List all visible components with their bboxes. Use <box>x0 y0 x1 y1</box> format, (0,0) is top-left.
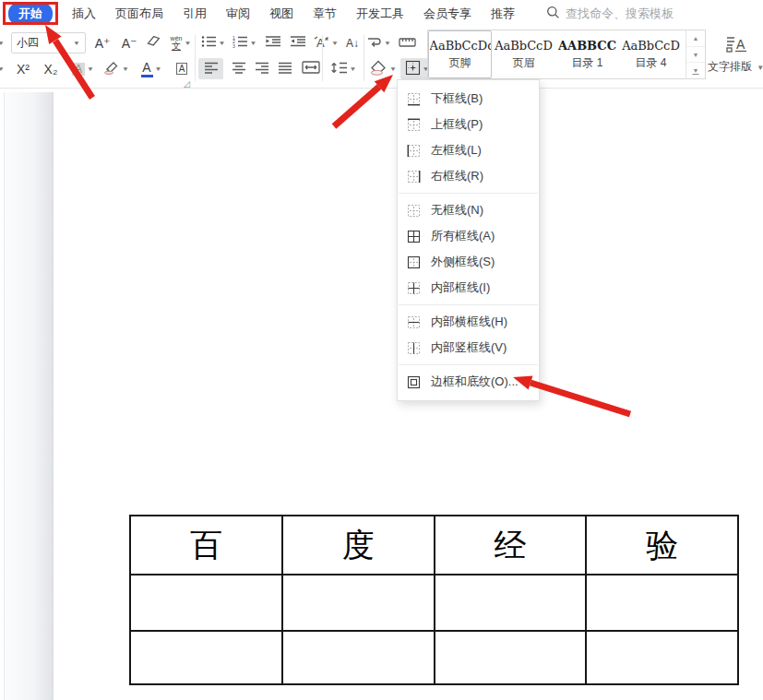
menu-item-inside-vertical-border[interactable]: 内部竖框线(V) <box>398 335 539 361</box>
tab-home[interactable]: 开始 <box>8 3 53 25</box>
char-shading-icon: A <box>72 63 85 76</box>
document-table[interactable]: 百 度 经 验 <box>129 515 739 685</box>
text-layout-icon: A <box>725 34 747 57</box>
menu-item-outside-borders[interactable]: 外侧框线(S) <box>398 249 539 275</box>
tab-insert[interactable]: 插入 <box>72 6 96 22</box>
distribute-icon <box>302 61 320 77</box>
svg-text:A: A <box>736 37 745 52</box>
menu-item-right-border[interactable]: 右框线(R) <box>398 163 539 189</box>
ribbon-tabbar: 开始 插入 页面布局 引用 审阅 视图 章节 开发工具 会员专享 推荐 查找命令… <box>0 0 763 28</box>
document-canvas[interactable]: 百 度 经 验 <box>0 89 763 700</box>
gallery-down-button[interactable]: ▼ <box>686 47 705 64</box>
superscript-button[interactable]: X² <box>11 58 35 79</box>
tab-review[interactable]: 审阅 <box>226 6 250 22</box>
text-effects-button[interactable]: A ▼ <box>312 32 340 53</box>
gallery-up-button[interactable]: ▲ <box>686 30 705 47</box>
menu-item-inside-borders[interactable]: 内部框线(I) <box>398 275 539 301</box>
align-right-icon <box>255 62 269 77</box>
decrease-indent-button[interactable] <box>262 32 284 53</box>
text-layout-button[interactable]: A 文字排版 ▼ <box>709 30 762 78</box>
char-scale-button[interactable] <box>395 32 419 53</box>
font-color-button[interactable]: A ▼ <box>137 58 166 79</box>
char-shading-button[interactable]: A▼ <box>68 58 98 79</box>
pinyin-guide-button[interactable]: wén 文 ▼ <box>167 32 195 53</box>
border-outside-icon <box>407 255 421 269</box>
menu-item-inside-horizontal-border[interactable]: 内部横框线(H) <box>398 309 539 335</box>
sort-button[interactable]: A↓ <box>341 32 364 53</box>
command-search[interactable]: 查找命令、搜索模板 <box>546 6 674 22</box>
table-cell[interactable]: 度 <box>282 516 435 575</box>
tab-page-layout[interactable]: 页面布局 <box>115 6 163 22</box>
dialog-launcher-icon[interactable]: ◿ <box>184 79 190 89</box>
table-cell[interactable] <box>435 575 587 631</box>
tab-member-exclusive[interactable]: 会员专享 <box>423 6 471 22</box>
clear-format-button[interactable] <box>142 32 166 53</box>
table-row <box>130 631 738 684</box>
underline-button-partial[interactable]: ▼ <box>0 58 7 79</box>
tab-view[interactable]: 视图 <box>269 6 293 22</box>
table-cell[interactable] <box>130 631 282 684</box>
bullet-list-button[interactable]: ▼ <box>199 32 227 53</box>
borders-shading-icon <box>407 375 421 389</box>
page-left-margin <box>4 92 54 700</box>
border-dropdown-menu: 下框线(B) 上框线(P) 左框线(L) 右框线(R) 无框线(N) 所有框线(… <box>397 79 540 401</box>
increase-font-button[interactable]: A⁺ <box>90 32 114 53</box>
border-none-icon <box>407 204 421 218</box>
table-cell[interactable]: 百 <box>130 516 282 575</box>
border-inside-vertical-icon <box>407 341 421 355</box>
table-cell[interactable] <box>282 575 435 631</box>
align-left-button[interactable] <box>198 58 223 79</box>
align-right-button[interactable] <box>249 58 274 79</box>
gallery-more-button[interactable]: ▼ <box>686 63 705 78</box>
table-cell[interactable] <box>586 575 738 631</box>
subscript-button[interactable]: X₂ <box>39 58 63 79</box>
style-item-header[interactable]: AaBbCcD 页眉 <box>492 30 555 78</box>
menu-item-all-borders[interactable]: 所有框线(A) <box>398 223 539 249</box>
table-cell[interactable] <box>435 631 587 684</box>
gallery-scrollbar: ▲ ▼ ▼ <box>686 30 705 78</box>
font-size-combo[interactable]: 小四▼ <box>11 32 86 53</box>
tab-recommend[interactable]: 推荐 <box>491 6 515 22</box>
table-cell[interactable] <box>586 631 738 684</box>
eraser-icon <box>146 34 162 52</box>
justify-button[interactable] <box>272 58 297 79</box>
tab-developer-tools[interactable]: 开发工具 <box>356 6 404 22</box>
toolbar-separator <box>364 35 364 81</box>
table-row: 百 度 经 验 <box>130 516 738 575</box>
bullet-list-icon <box>201 35 217 51</box>
increase-indent-button[interactable] <box>287 32 309 53</box>
menu-separator <box>399 364 538 365</box>
style-item-footer[interactable]: AaBbCcDd 页脚 <box>428 30 492 78</box>
highlight-button[interactable]: ▼ <box>101 58 131 79</box>
table-cell[interactable] <box>130 575 282 631</box>
font-color-icon: A <box>141 61 153 77</box>
borders-icon <box>405 60 421 78</box>
increase-indent-icon <box>290 35 306 51</box>
menu-item-borders-and-shading[interactable]: 边框和底纹(O)... <box>398 369 539 395</box>
menu-item-top-border[interactable]: 上框线(P) <box>398 112 539 137</box>
style-item-toc1[interactable]: AABBCC 目录 1 <box>555 30 619 78</box>
tab-references[interactable]: 引用 <box>183 6 207 22</box>
shading-button[interactable]: ▼ <box>367 58 399 79</box>
align-center-button[interactable] <box>226 58 251 79</box>
char-border-button[interactable]: A <box>170 58 194 79</box>
tab-section[interactable]: 章节 <box>313 6 337 22</box>
border-inside-horizontal-icon <box>407 315 421 329</box>
table-cell[interactable]: 经 <box>435 516 587 575</box>
line-spacing-button[interactable]: ▼ <box>327 58 360 79</box>
text-wrap-button[interactable]: ▼ <box>365 32 393 53</box>
svg-text:A: A <box>316 36 325 49</box>
menu-item-bottom-border[interactable]: 下框线(B) <box>398 86 539 112</box>
wrap-icon <box>367 36 382 51</box>
border-left-icon <box>407 144 421 158</box>
style-item-toc4[interactable]: AaBbCcD 目录 4 <box>619 30 683 78</box>
menu-item-no-border[interactable]: 无框线(N) <box>398 197 539 223</box>
distribute-button[interactable] <box>297 58 324 79</box>
menu-item-left-border[interactable]: 左框线(L) <box>398 137 539 163</box>
numbered-list-button[interactable]: 123 ▼ <box>231 32 258 53</box>
font-name-combo-partial[interactable]: ▼ <box>0 32 7 53</box>
decrease-font-button[interactable]: A⁻ <box>117 32 141 53</box>
table-cell[interactable] <box>282 631 435 684</box>
table-cell[interactable]: 验 <box>586 516 738 575</box>
char-border-icon: A <box>176 63 188 75</box>
